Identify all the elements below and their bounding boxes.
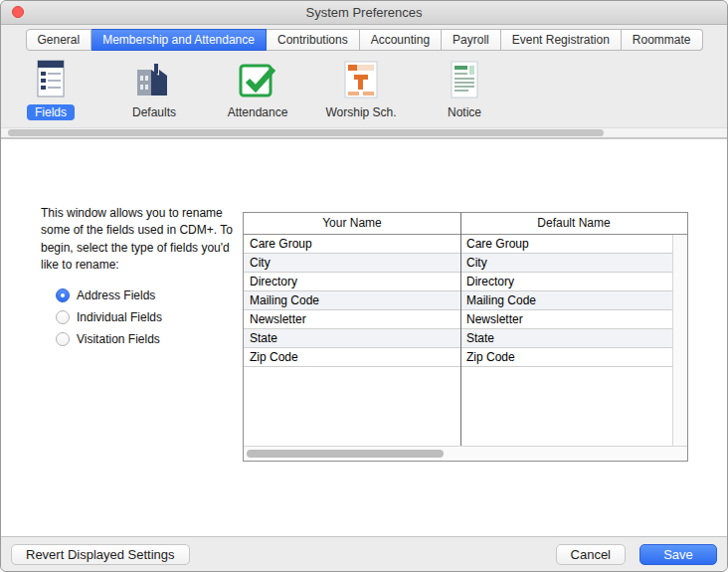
table-header: Your Name Default Name <box>244 213 687 235</box>
your-name-cell[interactable]: City <box>244 254 460 272</box>
your-name-cell[interactable]: Care Group <box>244 235 460 253</box>
tab-membership-and-attendance[interactable]: Membership and Attendance <box>91 29 267 51</box>
radio-label: Visitation Fields <box>77 332 160 346</box>
toolbar-item-label: Notice <box>440 104 489 120</box>
table-row[interactable]: CityCity <box>244 254 672 273</box>
toolbar-item-attendance[interactable]: Attendance <box>214 56 301 120</box>
default-name-cell[interactable]: Zip Code <box>460 348 672 366</box>
pane-description: This window allows you to rename some of… <box>41 205 248 275</box>
table-row[interactable]: Care GroupCare Group <box>244 235 672 254</box>
toolbar-item-label: Attendance <box>220 104 296 120</box>
column-header-default-name[interactable]: Default Name <box>460 213 687 234</box>
table-horizontal-scrollbar[interactable] <box>244 446 687 461</box>
default-name-cell[interactable]: City <box>460 254 672 272</box>
radio-individual-fields[interactable]: Individual Fields <box>56 306 162 328</box>
your-name-cell[interactable]: Newsletter <box>244 310 460 328</box>
field-type-radio-group: Address Fields Individual Fields Visitat… <box>56 285 162 350</box>
preference-icon-toolbar: Fields Defaults <box>7 56 727 125</box>
system-preferences-window: System Preferences General Membership an… <box>0 0 728 572</box>
toolbar-item-notice[interactable]: Notice <box>421 56 508 120</box>
fields-pane: This window allows you to rename some of… <box>1 138 727 536</box>
column-divider <box>460 213 461 446</box>
table-row[interactable]: StateState <box>244 329 672 348</box>
tab-contributions[interactable]: Contributions <box>267 29 360 51</box>
default-name-cell[interactable]: Directory <box>460 273 672 290</box>
table-horizontal-scrollbar-thumb[interactable] <box>247 450 444 458</box>
table-body: Care GroupCare GroupCityCityDirectoryDir… <box>244 235 672 446</box>
save-button[interactable]: Save <box>639 544 717 565</box>
table-vertical-scrollbar[interactable] <box>672 235 687 446</box>
fields-icon <box>31 56 71 101</box>
toolbar-item-label: Worship Sch. <box>317 104 404 120</box>
toolbar-scrollbar-thumb[interactable] <box>8 129 604 136</box>
default-name-cell[interactable]: Care Group <box>460 235 672 253</box>
footer-bar: Revert Displayed Settings Cancel Save <box>1 536 727 571</box>
radio-button-icon[interactable] <box>56 310 70 324</box>
toolbar-item-defaults[interactable]: Defaults <box>110 56 198 120</box>
table-row[interactable]: Mailing CodeMailing Code <box>244 291 672 310</box>
default-name-cell[interactable]: Mailing Code <box>460 291 672 309</box>
tab-event-registration[interactable]: Event Registration <box>501 29 622 51</box>
radio-label: Individual Fields <box>77 310 162 324</box>
radio-visitation-fields[interactable]: Visitation Fields <box>56 328 162 350</box>
attendance-icon <box>236 56 279 101</box>
tab-payroll[interactable]: Payroll <box>442 29 501 51</box>
toolbar-item-label: Defaults <box>124 104 184 120</box>
column-header-your-name[interactable]: Your Name <box>244 213 460 234</box>
toolbar-item-fields[interactable]: Fields <box>7 56 94 120</box>
radio-address-fields[interactable]: Address Fields <box>56 285 162 306</box>
tab-general[interactable]: General <box>26 29 92 51</box>
toolbar-scrollbar[interactable] <box>1 127 727 138</box>
tab-bar: General Membership and Attendance Contri… <box>1 25 727 55</box>
radio-button-icon[interactable] <box>56 332 70 346</box>
radio-button-icon[interactable] <box>56 288 70 302</box>
defaults-icon <box>132 56 176 101</box>
your-name-cell[interactable]: Mailing Code <box>244 291 460 309</box>
close-button[interactable] <box>12 6 24 18</box>
default-name-cell[interactable]: Newsletter <box>460 310 672 328</box>
fields-table: Your Name Default Name Care GroupCare Gr… <box>243 212 688 462</box>
your-name-cell[interactable]: Zip Code <box>244 348 460 366</box>
default-name-cell[interactable]: State <box>460 329 672 347</box>
toolbar-item-worship-schedule[interactable]: Worship Sch. <box>317 56 405 120</box>
window-title: System Preferences <box>1 1 727 24</box>
notice-icon <box>443 56 486 101</box>
your-name-cell[interactable]: Directory <box>244 273 460 290</box>
table-row[interactable]: DirectoryDirectory <box>244 273 672 291</box>
worship-schedule-icon <box>339 56 383 101</box>
your-name-cell[interactable]: State <box>244 329 460 347</box>
title-bar: System Preferences <box>1 1 727 25</box>
table-row[interactable]: NewsletterNewsletter <box>244 310 672 329</box>
toolbar-item-label: Fields <box>27 104 75 120</box>
table-row[interactable]: Zip CodeZip Code <box>244 348 672 367</box>
tab-accounting[interactable]: Accounting <box>360 29 442 51</box>
revert-displayed-settings-button[interactable]: Revert Displayed Settings <box>11 544 190 565</box>
radio-label: Address Fields <box>77 288 155 302</box>
cancel-button[interactable]: Cancel <box>556 544 626 565</box>
tab-roommate[interactable]: Roommate <box>622 29 703 51</box>
